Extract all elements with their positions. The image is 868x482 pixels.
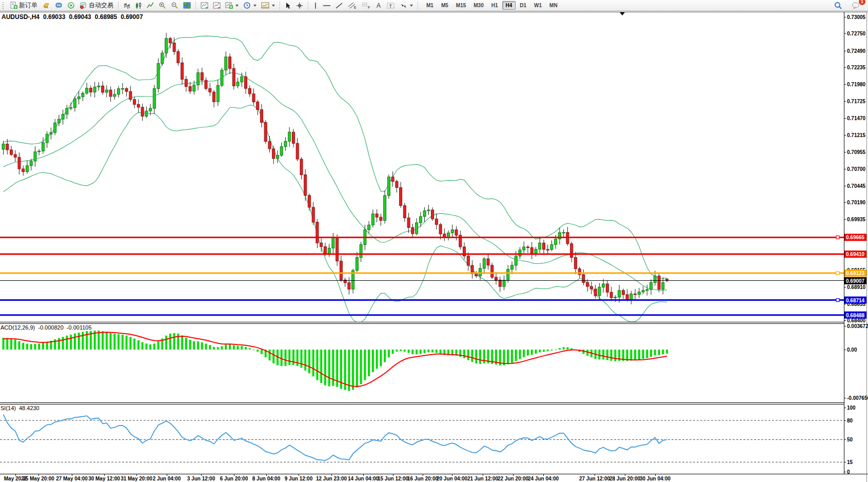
autotrade-button[interactable]: 自动交易	[77, 1, 115, 11]
period-button[interactable]	[241, 1, 259, 11]
bear-candle	[252, 94, 255, 102]
text-tool[interactable]: A	[373, 1, 384, 11]
line-handle[interactable]	[836, 299, 839, 302]
macd-bar	[241, 346, 243, 350]
macd-panel[interactable]	[3, 331, 668, 391]
bull-candle	[618, 291, 621, 297]
zoom-in-icon	[159, 2, 166, 9]
horizontal-lines	[0, 236, 844, 315]
cursor-button[interactable]	[283, 1, 293, 11]
template-button[interactable]	[259, 1, 277, 11]
time-label: 16 Jun 20:00	[407, 476, 438, 481]
line-handle[interactable]	[836, 272, 839, 275]
timeframe-d1[interactable]: D1	[516, 1, 530, 10]
signals-button[interactable]	[65, 1, 77, 11]
macd-bar	[153, 343, 155, 350]
bear-candle	[582, 275, 585, 282]
horizontal-line-tool[interactable]	[321, 1, 333, 11]
new-order-button[interactable]: 新订单	[8, 1, 40, 11]
timeframe-w1[interactable]: W1	[530, 1, 545, 10]
bear-candle	[400, 187, 402, 205]
macd-bar	[431, 350, 433, 353]
macd-tick-0.00: 0.00	[847, 347, 857, 353]
text-label-tool[interactable]: T	[385, 1, 397, 11]
bear-candle	[257, 102, 259, 110]
macd-bar	[352, 350, 354, 390]
bull-candle	[638, 292, 640, 295]
channel-tool[interactable]: E	[346, 1, 359, 11]
rsi-panel[interactable]	[0, 414, 844, 462]
timeframe-group: M1M5M15M30H1H4D1W1MN	[423, 1, 561, 10]
timeframe-m15[interactable]: M15	[452, 1, 469, 10]
candlestick-chart-button[interactable]	[133, 1, 144, 11]
bear-candle	[439, 224, 442, 234]
bar-chart-button[interactable]	[121, 1, 132, 11]
search-button[interactable]	[832, 1, 844, 11]
macd-bar	[113, 334, 115, 350]
bull-candle	[654, 276, 656, 283]
market-button[interactable]	[40, 1, 52, 11]
bear-candle	[658, 276, 660, 290]
arrows-icon	[400, 2, 407, 9]
chart-canvas[interactable]: 0.730050.727500.724900.722350.719800.717…	[0, 12, 868, 482]
bear-candle	[626, 295, 628, 300]
crosshair-button[interactable]	[294, 1, 305, 11]
bear-candle	[102, 86, 104, 92]
price-tick-0.70700: 0.70700	[847, 166, 866, 172]
timeframe-m5[interactable]: M5	[438, 1, 452, 10]
macd-bar	[312, 350, 314, 376]
main-toolbar: 新订单 自动交易	[0, 0, 868, 11]
notifications-button[interactable]: 1	[850, 1, 862, 11]
ohlc-close: 0.69007	[121, 13, 143, 21]
macd-bar	[392, 350, 394, 354]
bull-candle	[34, 152, 36, 161]
trendline-tool[interactable]	[333, 1, 345, 11]
bull-candle	[216, 85, 219, 102]
timeframe-mn[interactable]: MN	[546, 1, 561, 10]
time-label: 27 May 04:00	[56, 476, 88, 481]
bear-candle	[169, 38, 171, 43]
macd-bar	[145, 343, 147, 350]
timeframe-h4[interactable]: H4	[502, 1, 516, 10]
macd-bar	[70, 335, 72, 350]
fibonacci-tool[interactable]: F	[360, 1, 373, 11]
bull-candle	[82, 93, 84, 97]
bull-candle	[423, 211, 426, 217]
macd-bar	[364, 350, 366, 380]
timeframe-m1[interactable]: M1	[423, 1, 437, 10]
timeframe-m30[interactable]: M30	[470, 1, 487, 10]
line-chart-button[interactable]	[145, 1, 156, 11]
macd-bar	[408, 350, 410, 353]
bull-candle	[416, 223, 418, 234]
community-button[interactable]	[53, 1, 65, 11]
timeframe-h1[interactable]: H1	[488, 1, 502, 10]
bull-candle	[555, 239, 557, 245]
panel-borders	[0, 12, 868, 482]
macd-bar	[149, 344, 151, 350]
macd-bar	[185, 338, 187, 350]
macd-bar	[249, 349, 251, 350]
svg-text:A: A	[377, 2, 381, 9]
main-chart-panel[interactable]	[2, 33, 668, 322]
indicator-list-button[interactable]	[211, 1, 223, 11]
bear-candle	[22, 169, 25, 171]
bull-candle	[113, 94, 116, 97]
chart-shift-marker[interactable]	[620, 12, 625, 15]
add-indicator-button[interactable]	[223, 1, 241, 11]
arrows-tool[interactable]	[398, 1, 415, 11]
zoom-in-button[interactable]	[156, 1, 168, 11]
indicator-window-button[interactable]	[199, 1, 210, 11]
macd-bar	[543, 350, 545, 352]
bear-candle	[411, 227, 414, 234]
chart-window[interactable]: 0.730050.727500.724900.722350.719800.717…	[0, 12, 868, 482]
zoom-out-button[interactable]	[169, 1, 181, 11]
vertical-line-tool[interactable]	[311, 1, 320, 11]
macd-bar	[368, 350, 370, 376]
tile-windows-button[interactable]	[181, 1, 193, 11]
line-handle[interactable]	[836, 236, 839, 239]
macd-bar	[662, 350, 664, 354]
macd-bar	[559, 348, 561, 350]
bull-candle	[419, 217, 422, 223]
bear-candle	[391, 177, 394, 182]
macd-bar	[411, 350, 413, 354]
